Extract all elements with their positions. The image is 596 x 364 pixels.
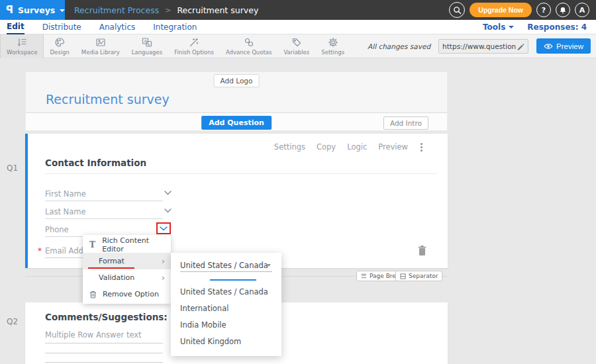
survey-url-input[interactable] — [442, 42, 517, 50]
question-text-q1[interactable]: Contact Information — [45, 158, 146, 168]
eye-icon — [544, 43, 553, 50]
bell-icon — [559, 6, 567, 15]
toolbar-right: All changes saved Preview — [368, 38, 596, 54]
question-number-q2: Q2 — [7, 317, 18, 326]
tools-label: Tools — [483, 23, 505, 32]
search-button[interactable] — [449, 2, 465, 18]
tab-analytics[interactable]: Analytics — [99, 20, 136, 34]
add-question-button[interactable]: Add Question — [201, 116, 272, 130]
survey-canvas: Q1 Q2 Add Logo Recruitment survey Add Qu… — [0, 58, 596, 364]
toolbar-label: Variables — [283, 49, 309, 56]
toolbar-label: Advance Quotas — [226, 49, 272, 56]
format-option-us-canada[interactable]: United States / Canada — [171, 283, 281, 300]
separator-icon — [400, 273, 406, 279]
page-break-icon — [361, 273, 367, 279]
chevron-down-icon — [509, 26, 514, 28]
save-status: All changes saved — [368, 42, 430, 50]
editor-toolbar: Workspace Design Media Library A a Langu… — [0, 34, 596, 58]
toolbar-label: Settings — [321, 49, 344, 56]
question-logic-button[interactable]: Logic — [347, 142, 367, 152]
multirow-answer-placeholder[interactable]: Multiple Row Answer text — [45, 330, 142, 340]
toolbar-item-media-library[interactable]: Media Library — [75, 34, 126, 58]
responses-link[interactable]: Responses: 4 — [527, 23, 587, 32]
questionpro-logo: P — [6, 4, 13, 16]
format-submenu-panel: United States / Canada United States / C… — [171, 253, 281, 356]
format-option-united-kingdom[interactable]: United Kingdom — [171, 333, 281, 349]
breadcrumb-survey-name: Recruitment survey — [177, 5, 258, 15]
question-text-q2[interactable]: Comments/Suggestions: — [45, 312, 168, 322]
question-settings-button[interactable]: Settings — [274, 142, 305, 152]
separator-button[interactable]: Separator — [395, 271, 442, 281]
question-number-q1: Q1 — [7, 163, 18, 173]
toolbar-item-variables[interactable]: Variables — [277, 34, 315, 58]
search-icon — [453, 6, 462, 15]
phone-format-select[interactable]: United States / Canada — [180, 259, 272, 272]
question-actions: Settings Copy Logic Preview — [274, 142, 408, 152]
tab-integration[interactable]: Integration — [153, 20, 197, 34]
svg-text:a: a — [148, 42, 150, 46]
menu-item-label: Remove Option — [103, 290, 159, 298]
toolbar-label: Design — [50, 49, 69, 56]
question-more-menu-icon[interactable] — [421, 146, 422, 148]
toolbar-label: Media Library — [81, 49, 120, 56]
question-preview-button[interactable]: Preview — [378, 142, 408, 152]
preview-button[interactable]: Preview — [536, 38, 591, 54]
topbar: P Surveys Recruitment Process > Recruitm… — [0, 0, 596, 20]
breadcrumb-folder[interactable]: Recruitment Process — [74, 5, 159, 15]
notifications-button[interactable] — [556, 3, 570, 17]
toolbar-item-finish-options[interactable]: Finish Options — [168, 34, 220, 58]
toolbar-item-advance-quotas[interactable]: Advance Quotas — [220, 34, 278, 58]
menu-item-remove-option[interactable]: Remove Option — [83, 286, 171, 302]
phone-row-dropdown-highlight[interactable] — [156, 222, 171, 234]
variables-tag-icon — [291, 37, 302, 48]
avatar[interactable]: A — [575, 3, 589, 17]
answer-line — [45, 362, 163, 363]
surveys-menu[interactable]: P Surveys — [0, 0, 65, 20]
toolbar-item-languages[interactable]: A a Languages — [126, 34, 168, 58]
separator-label: Separator — [409, 273, 438, 279]
chevron-down-icon[interactable] — [160, 226, 168, 231]
survey-editor-screen: P Surveys Recruitment Process > Recruitm… — [0, 0, 596, 364]
media-library-icon — [95, 37, 106, 48]
selected-format-value: United States / Canada — [180, 261, 268, 270]
answer-line — [45, 343, 163, 343]
field-last-name[interactable]: Last Name — [45, 205, 163, 219]
toolbar-item-workspace[interactable]: Workspace — [0, 34, 44, 58]
add-intro-button[interactable]: Add Intro — [383, 116, 428, 130]
languages-icon: A a — [142, 37, 152, 48]
menu-item-label: Validation — [99, 273, 134, 282]
format-option-india-mobile[interactable]: India Mobile — [171, 316, 281, 333]
menu-item-label: Rich Content Editor — [102, 236, 171, 253]
add-question-strip: Add Question Add Intro — [25, 113, 448, 131]
submenu-arrow-icon — [162, 257, 165, 265]
product-name: Surveys — [18, 5, 55, 15]
add-logo-button[interactable]: Add Logo — [214, 74, 260, 87]
format-annotation-underline — [88, 267, 134, 269]
toolbar-item-settings[interactable]: Settings — [315, 34, 350, 58]
chevron-down-icon[interactable] — [164, 208, 172, 213]
dropdown-focus-indicator — [210, 279, 256, 281]
tools-menu[interactable]: Tools — [483, 23, 514, 32]
delete-question-trash-icon[interactable] — [417, 245, 427, 256]
menu-item-label: Format — [99, 257, 124, 265]
answer-line — [45, 353, 163, 353]
row-options-context-menu: Rich Content Editor Format Validation Re… — [83, 235, 171, 304]
survey-title[interactable]: Recruitment survey — [46, 92, 170, 107]
upgrade-now-button[interactable]: Upgrade Now — [470, 3, 532, 17]
menu-item-validation[interactable]: Validation — [83, 269, 171, 286]
question-copy-button[interactable]: Copy — [317, 142, 336, 152]
tab-distribute[interactable]: Distribute — [42, 20, 81, 34]
chevron-down-icon[interactable] — [164, 191, 172, 195]
design-palette-icon — [54, 37, 65, 48]
field-first-name[interactable]: First Name — [45, 187, 163, 201]
advance-quotas-icon — [244, 37, 254, 48]
format-option-international[interactable]: International — [171, 300, 281, 316]
finish-options-wand-icon — [189, 37, 199, 48]
edit-url-pencil-icon[interactable] — [517, 42, 524, 50]
trash-icon — [83, 291, 103, 298]
help-button[interactable]: ? — [536, 3, 551, 17]
toolbar-label: Workspace — [7, 49, 37, 56]
tab-edit[interactable]: Edit — [7, 20, 25, 34]
menu-item-rich-content-editor[interactable]: Rich Content Editor — [83, 236, 171, 253]
toolbar-item-design[interactable]: Design — [44, 34, 75, 58]
